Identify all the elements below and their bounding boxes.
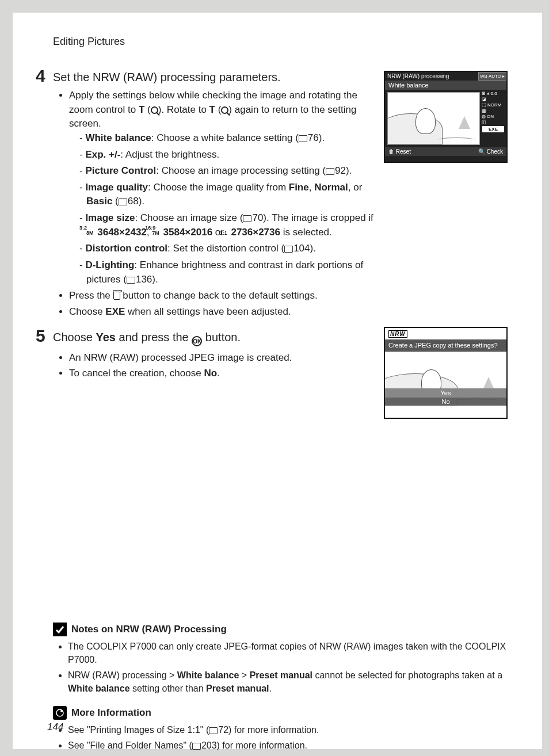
ok-icon: OK <box>192 336 202 346</box>
sub-image-quality: Image quality: Choose the image quality … <box>79 181 375 209</box>
book-icon <box>284 246 293 253</box>
more-1: See "Printing Images of Size 1:1" (72) f… <box>68 723 508 736</box>
book-icon <box>192 743 201 750</box>
svg-point-1 <box>60 710 63 712</box>
caution-icon <box>53 623 67 636</box>
book-icon <box>209 727 218 734</box>
page-number: 144 <box>47 721 63 733</box>
ratio-3-2-icon: 3:28M <box>86 226 94 236</box>
step4-bullet-3: Choose EXE when all settings have been a… <box>69 305 508 319</box>
zoom-icon <box>221 106 228 114</box>
section-header: Editing Pictures <box>53 36 508 48</box>
step-4: 4 Set the NRW (RAW) processing parameter… <box>53 71 508 319</box>
step5-bullet-1: An NRW (RAW) processed JPEG image is cre… <box>69 351 375 365</box>
option-no: No <box>385 397 506 406</box>
step-number: 5 <box>36 326 45 346</box>
step-5: 5 Choose Yes and press the OK button. An… <box>53 331 508 381</box>
sub-exposure: Exp. +/-: Adjust the brightness. <box>79 148 375 162</box>
sub-d-lighting: D-Lighting: Enhance brightness and contr… <box>79 258 375 287</box>
step4-title: Set the NRW (RAW) processing parameters. <box>53 71 508 84</box>
sub-distortion: Distortion control: Set the distortion c… <box>79 242 375 256</box>
book-icon <box>299 135 307 142</box>
step4-bullet-2: Press the button to change back to the d… <box>69 289 508 303</box>
sub-image-size: Image size: Choose an image size (70). T… <box>79 211 375 239</box>
step5-bullet-2: To cancel the creation, choose No. <box>69 366 375 381</box>
book-icon <box>243 215 251 222</box>
book-icon <box>119 198 127 205</box>
note-1: The COOLPIX P7000 can only create JPEG-f… <box>68 640 508 666</box>
ratio-1-1-icon: 1:1 <box>227 231 227 236</box>
sub-picture-control: Picture Control: Choose an image process… <box>79 164 375 178</box>
more-info-heading: More Information <box>71 707 151 719</box>
info-icon <box>53 706 67 720</box>
ratio-16-9-icon: 16:97M <box>152 226 159 236</box>
step4-bullet-1: Apply the settings below while checking … <box>69 89 508 287</box>
sub-white-balance: White balance: Choose a white balance se… <box>79 131 375 146</box>
notes-heading: Notes on NRW (RAW) Processing <box>71 624 227 635</box>
zoom-icon <box>151 106 158 114</box>
option-yes: Yes <box>385 388 506 397</box>
more-2: See "File and Folder Names" (203) for mo… <box>68 739 508 752</box>
note-2: NRW (RAW) processing > White balance > P… <box>68 669 508 695</box>
step-number: 4 <box>36 66 45 86</box>
step5-title: Choose Yes and press the OK button. <box>53 331 508 346</box>
book-icon <box>127 277 135 284</box>
book-icon <box>326 168 334 175</box>
trash-icon <box>113 292 120 300</box>
